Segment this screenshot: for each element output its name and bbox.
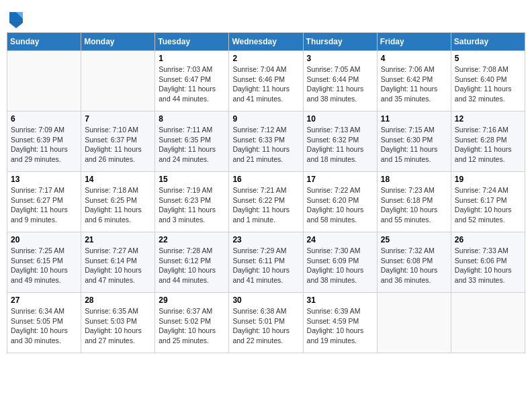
day-number: 10	[307, 114, 373, 124]
day-number: 7	[85, 114, 151, 124]
calendar-cell: 18 Sunrise: 7:23 AMSunset: 6:18 PMDaylig…	[377, 172, 451, 232]
day-info: Sunrise: 7:10 AMSunset: 6:37 PMDaylight:…	[85, 125, 151, 165]
calendar-week-row: 13 Sunrise: 7:17 AMSunset: 6:27 PMDaylig…	[7, 172, 525, 232]
day-number: 12	[455, 114, 521, 124]
calendar-cell: 9 Sunrise: 7:12 AMSunset: 6:33 PMDayligh…	[229, 111, 303, 172]
calendar-cell: 11 Sunrise: 7:15 AMSunset: 6:30 PMDaylig…	[377, 111, 451, 172]
calendar-cell: 3 Sunrise: 7:05 AMSunset: 6:44 PMDayligh…	[303, 51, 377, 111]
calendar-cell: 5 Sunrise: 7:08 AMSunset: 6:40 PMDayligh…	[451, 51, 525, 111]
day-info: Sunrise: 7:12 AMSunset: 6:33 PMDaylight:…	[232, 125, 299, 165]
calendar-cell: 26 Sunrise: 7:33 AMSunset: 6:06 PMDaylig…	[451, 232, 525, 293]
calendar-cell: 16 Sunrise: 7:21 AMSunset: 6:22 PMDaylig…	[229, 172, 303, 232]
day-info: Sunrise: 7:16 AMSunset: 6:28 PMDaylight:…	[455, 125, 521, 165]
calendar-table: SundayMondayTuesdayWednesdayThursdayFrid…	[7, 32, 525, 353]
calendar-cell: 23 Sunrise: 7:29 AMSunset: 6:11 PMDaylig…	[229, 232, 303, 293]
day-info: Sunrise: 7:25 AMSunset: 6:15 PMDaylight:…	[11, 246, 77, 285]
calendar-cell: 29 Sunrise: 6:37 AMSunset: 5:02 PMDaylig…	[155, 293, 229, 353]
calendar-cell: 30 Sunrise: 6:38 AMSunset: 5:01 PMDaylig…	[229, 293, 303, 353]
day-info: Sunrise: 7:06 AMSunset: 6:42 PMDaylight:…	[381, 64, 447, 104]
day-info: Sunrise: 7:11 AMSunset: 6:35 PMDaylight:…	[159, 125, 225, 165]
column-header-wednesday: Wednesday	[229, 33, 303, 51]
day-number: 16	[232, 175, 299, 184]
day-number: 25	[381, 235, 447, 244]
column-header-sunday: Sunday	[7, 33, 81, 51]
day-info: Sunrise: 7:13 AMSunset: 6:32 PMDaylight:…	[307, 125, 373, 165]
day-number: 13	[11, 175, 77, 184]
day-number: 18	[381, 175, 447, 184]
day-number: 27	[11, 295, 77, 305]
day-info: Sunrise: 7:23 AMSunset: 6:18 PMDaylight:…	[381, 185, 447, 225]
day-info: Sunrise: 7:33 AMSunset: 6:06 PMDaylight:…	[455, 246, 521, 285]
calendar-cell	[81, 51, 155, 111]
calendar-cell: 24 Sunrise: 7:30 AMSunset: 6:09 PMDaylig…	[303, 232, 377, 293]
calendar-cell: 2 Sunrise: 7:04 AMSunset: 6:46 PMDayligh…	[229, 51, 303, 111]
calendar-cell: 13 Sunrise: 7:17 AMSunset: 6:27 PMDaylig…	[7, 172, 81, 232]
calendar-cell: 20 Sunrise: 7:25 AMSunset: 6:15 PMDaylig…	[7, 232, 81, 293]
day-info: Sunrise: 7:32 AMSunset: 6:08 PMDaylight:…	[381, 246, 447, 285]
day-number: 8	[159, 114, 225, 124]
day-number: 31	[307, 295, 373, 305]
calendar-cell	[7, 51, 81, 111]
calendar-cell: 25 Sunrise: 7:32 AMSunset: 6:08 PMDaylig…	[377, 232, 451, 293]
calendar-week-row: 6 Sunrise: 7:09 AMSunset: 6:39 PMDayligh…	[7, 111, 525, 172]
page-header	[7, 7, 525, 28]
day-number: 17	[307, 175, 373, 184]
day-number: 2	[232, 54, 299, 63]
calendar-cell: 7 Sunrise: 7:10 AMSunset: 6:37 PMDayligh…	[81, 111, 155, 172]
day-number: 20	[11, 235, 77, 244]
calendar-week-row: 1 Sunrise: 7:03 AMSunset: 6:47 PMDayligh…	[7, 51, 525, 111]
calendar-cell: 1 Sunrise: 7:03 AMSunset: 6:47 PMDayligh…	[155, 51, 229, 111]
calendar-cell: 14 Sunrise: 7:18 AMSunset: 6:25 PMDaylig…	[81, 172, 155, 232]
day-info: Sunrise: 7:21 AMSunset: 6:22 PMDaylight:…	[232, 185, 299, 225]
calendar-header-row: SundayMondayTuesdayWednesdayThursdayFrid…	[7, 33, 525, 51]
day-number: 26	[455, 235, 521, 244]
day-info: Sunrise: 7:18 AMSunset: 6:25 PMDaylight:…	[85, 185, 151, 225]
day-info: Sunrise: 7:08 AMSunset: 6:40 PMDaylight:…	[455, 64, 521, 104]
day-number: 11	[381, 114, 447, 124]
calendar-cell: 19 Sunrise: 7:24 AMSunset: 6:17 PMDaylig…	[451, 172, 525, 232]
day-info: Sunrise: 7:17 AMSunset: 6:27 PMDaylight:…	[11, 185, 77, 225]
day-number: 5	[455, 54, 521, 63]
calendar-cell: 12 Sunrise: 7:16 AMSunset: 6:28 PMDaylig…	[451, 111, 525, 172]
column-header-thursday: Thursday	[303, 33, 377, 51]
day-number: 19	[455, 175, 521, 184]
day-number: 22	[159, 235, 225, 244]
day-info: Sunrise: 6:34 AMSunset: 5:05 PMDaylight:…	[11, 306, 77, 346]
day-number: 29	[159, 295, 225, 305]
calendar-cell: 22 Sunrise: 7:28 AMSunset: 6:12 PMDaylig…	[155, 232, 229, 293]
day-info: Sunrise: 6:39 AMSunset: 4:59 PMDaylight:…	[307, 306, 373, 346]
day-info: Sunrise: 7:19 AMSunset: 6:23 PMDaylight:…	[159, 185, 225, 225]
day-number: 30	[232, 295, 299, 305]
day-info: Sunrise: 7:03 AMSunset: 6:47 PMDaylight:…	[159, 64, 225, 104]
day-info: Sunrise: 6:38 AMSunset: 5:01 PMDaylight:…	[232, 306, 299, 346]
column-header-monday: Monday	[81, 33, 155, 51]
calendar-week-row: 20 Sunrise: 7:25 AMSunset: 6:15 PMDaylig…	[7, 232, 525, 293]
calendar-cell: 21 Sunrise: 7:27 AMSunset: 6:14 PMDaylig…	[81, 232, 155, 293]
day-info: Sunrise: 7:28 AMSunset: 6:12 PMDaylight:…	[159, 246, 225, 285]
day-number: 6	[11, 114, 77, 124]
column-header-saturday: Saturday	[451, 33, 525, 51]
day-number: 9	[232, 114, 299, 124]
day-number: 15	[159, 175, 225, 184]
day-info: Sunrise: 6:37 AMSunset: 5:02 PMDaylight:…	[159, 306, 225, 346]
calendar-cell	[451, 293, 525, 353]
calendar-cell: 6 Sunrise: 7:09 AMSunset: 6:39 PMDayligh…	[7, 111, 81, 172]
day-number: 24	[307, 235, 373, 244]
calendar-cell: 28 Sunrise: 6:35 AMSunset: 5:03 PMDaylig…	[81, 293, 155, 353]
logo-icon	[8, 9, 24, 28]
day-number: 28	[85, 295, 151, 305]
calendar-cell: 15 Sunrise: 7:19 AMSunset: 6:23 PMDaylig…	[155, 172, 229, 232]
day-info: Sunrise: 6:35 AMSunset: 5:03 PMDaylight:…	[85, 306, 151, 346]
day-number: 3	[307, 54, 373, 63]
calendar-cell	[377, 293, 451, 353]
day-info: Sunrise: 7:29 AMSunset: 6:11 PMDaylight:…	[232, 246, 299, 285]
day-number: 4	[381, 54, 447, 63]
day-info: Sunrise: 7:27 AMSunset: 6:14 PMDaylight:…	[85, 246, 151, 285]
day-info: Sunrise: 7:04 AMSunset: 6:46 PMDaylight:…	[232, 64, 299, 104]
day-info: Sunrise: 7:15 AMSunset: 6:30 PMDaylight:…	[381, 125, 447, 165]
day-info: Sunrise: 7:05 AMSunset: 6:44 PMDaylight:…	[307, 64, 373, 104]
logo	[7, 9, 24, 28]
day-info: Sunrise: 7:30 AMSunset: 6:09 PMDaylight:…	[307, 246, 373, 285]
day-number: 1	[159, 54, 225, 63]
day-info: Sunrise: 7:09 AMSunset: 6:39 PMDaylight:…	[11, 125, 77, 165]
